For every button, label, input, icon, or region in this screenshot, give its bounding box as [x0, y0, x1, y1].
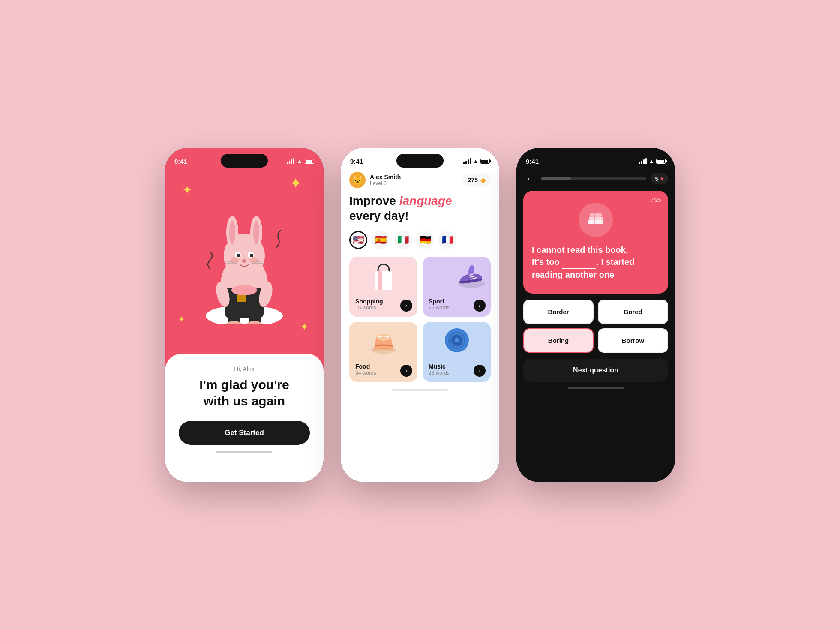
user-level: Level 6	[370, 180, 401, 186]
category-music[interactable]: ♪ Music 23 words ›	[423, 322, 491, 382]
book-icon	[579, 203, 613, 237]
phone-quiz: 9:41 ▲ ← 5 ♥	[516, 148, 675, 482]
dynamic-island-2	[396, 154, 444, 168]
signal-icon-2	[463, 158, 471, 164]
music-arrow[interactable]: ›	[474, 365, 486, 377]
home-header: 🐱 Alex Smith Level 6 275 ◆	[341, 170, 499, 193]
welcome-screen: 9:41 ▲ ✦ ✦ ✦ ✦	[165, 148, 324, 482]
status-icons-3: ▲	[639, 158, 666, 164]
svg-point-18	[237, 254, 240, 257]
status-time-1: 9:41	[174, 158, 187, 165]
headline-italic: language	[399, 194, 452, 207]
svg-point-38	[455, 338, 459, 342]
coin-count: 275	[468, 177, 478, 183]
progress-fill	[541, 177, 571, 180]
signal-icon-3	[639, 158, 647, 164]
headline: Improve languageevery day!	[349, 193, 491, 223]
flag-fr[interactable]: 🇫🇷	[438, 231, 456, 249]
get-started-button[interactable]: Get Started	[179, 421, 310, 445]
shopping-bag-svg	[369, 260, 399, 294]
welcome-title: I'm glad you'rewith us again	[199, 377, 289, 409]
svg-point-15	[253, 220, 259, 244]
battery-icon-2	[480, 159, 490, 164]
home-content: Improve languageevery day! 🇺🇸 🇪🇸 🇮🇹 🇩🇪 🇫…	[341, 193, 499, 482]
phone-welcome: 9:41 ▲ ✦ ✦ ✦ ✦	[165, 148, 324, 482]
coin-badge[interactable]: 275 ◆	[463, 174, 491, 187]
category-shopping[interactable]: Shopping 16 words ›	[349, 257, 417, 317]
next-question-button[interactable]: Next question	[523, 359, 668, 382]
svg-rect-28	[378, 271, 382, 290]
lives-count: 5	[655, 176, 658, 182]
user-details: Alex Smith Level 6	[370, 174, 401, 186]
food-icon	[369, 325, 399, 357]
home-indicator-3	[568, 387, 624, 389]
battery-icon	[305, 159, 314, 164]
quiz-header: ← 5 ♥	[516, 170, 675, 191]
wifi-icon-2: ▲	[473, 158, 478, 164]
star-icon-4: ✦	[300, 321, 309, 333]
shopping-arrow[interactable]: ›	[400, 300, 412, 312]
status-time-2: 9:41	[350, 158, 363, 165]
user-name: Alex Smith	[370, 174, 401, 180]
svg-point-19	[250, 254, 253, 257]
cake-svg	[369, 325, 399, 355]
answer-grid: Border Bored Boring Borrow	[523, 300, 668, 353]
music-icon: ♪	[442, 325, 472, 357]
svg-rect-44	[590, 213, 602, 217]
bunny-illustration: ✦ ✦ ✦ ✦	[165, 170, 324, 359]
heart-icon: ♥	[660, 175, 664, 182]
answer-borrow[interactable]: Borrow	[598, 328, 668, 353]
answer-bored[interactable]: Bored	[598, 300, 668, 324]
svg-point-13	[229, 220, 235, 244]
lives-badge: 5 ♥	[651, 173, 668, 184]
sport-icon	[455, 260, 487, 292]
books-svg	[586, 213, 605, 227]
flag-row: 🇺🇸 🇪🇸 🇮🇹 🇩🇪 🇫🇷	[349, 231, 491, 249]
quiz-sentence: I cannot read this book.It's too . I sta…	[532, 244, 660, 281]
answer-boring[interactable]: Boring	[523, 328, 594, 353]
svg-rect-27	[375, 271, 392, 290]
status-time-3: 9:41	[526, 158, 539, 165]
flag-it[interactable]: 🇮🇹	[394, 231, 412, 249]
quiz-progress: 7/25	[651, 197, 661, 203]
star-icon-2: ✦	[289, 174, 302, 192]
answer-border[interactable]: Border	[523, 300, 594, 324]
back-button[interactable]: ←	[523, 172, 537, 186]
svg-text:♪: ♪	[464, 343, 468, 352]
avatar: 🐱	[349, 172, 366, 188]
vinyl-svg: ♪	[442, 325, 472, 355]
home-screen: 9:41 ▲ 🐱 Alex Smith Level	[341, 148, 499, 482]
svg-rect-43	[589, 217, 603, 220]
food-arrow[interactable]: ›	[400, 365, 412, 377]
status-icons-1: ▲	[287, 158, 314, 165]
flag-us[interactable]: 🇺🇸	[349, 231, 367, 249]
star-icon: ✦	[182, 183, 192, 197]
category-food[interactable]: Food 34 words ›	[349, 322, 417, 382]
svg-point-22	[242, 259, 246, 263]
wifi-icon-3: ▲	[649, 158, 654, 164]
dynamic-island	[221, 154, 268, 168]
flag-de[interactable]: 🇩🇪	[416, 231, 434, 249]
sport-arrow[interactable]: ›	[474, 300, 486, 312]
home-indicator-1	[216, 451, 272, 453]
welcome-bottom-panel: Hi, Alex I'm glad you'rewith us again Ge…	[165, 354, 324, 482]
shopping-icon	[369, 260, 399, 296]
dynamic-island-3	[572, 154, 619, 168]
category-sport[interactable]: Sport 26 words ›	[423, 257, 491, 317]
wifi-icon: ▲	[297, 158, 303, 165]
phone-home: 9:41 ▲ 🐱 Alex Smith Level	[341, 148, 499, 482]
svg-rect-3	[237, 294, 246, 302]
progress-bar	[541, 177, 646, 180]
diamond-icon: ◆	[480, 176, 486, 184]
star-icon-3: ✦	[178, 314, 185, 324]
home-indicator-2	[392, 389, 448, 391]
quiz-screen: 9:41 ▲ ← 5 ♥	[516, 148, 675, 482]
bunny-svg	[201, 204, 287, 324]
battery-icon-3	[656, 159, 666, 164]
sneaker-svg	[455, 260, 487, 290]
svg-point-10	[231, 285, 257, 295]
quiz-card: 7/25 I cannot read this book.It's too . …	[523, 191, 668, 294]
flag-es[interactable]: 🇪🇸	[372, 231, 390, 249]
signal-icon	[287, 158, 294, 164]
svg-rect-42	[588, 220, 603, 224]
